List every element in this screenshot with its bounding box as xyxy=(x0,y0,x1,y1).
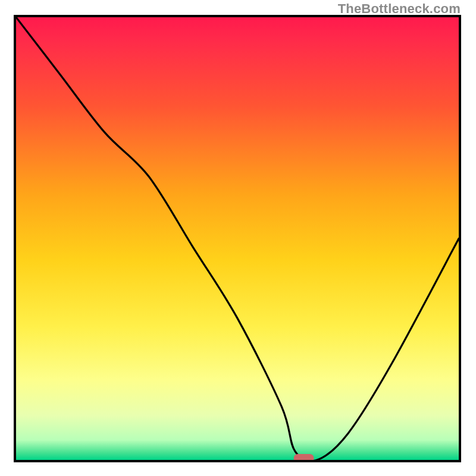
chart-background xyxy=(16,17,459,460)
chart-svg xyxy=(16,17,459,460)
optimal-marker xyxy=(294,454,314,460)
chart-frame xyxy=(14,15,461,462)
